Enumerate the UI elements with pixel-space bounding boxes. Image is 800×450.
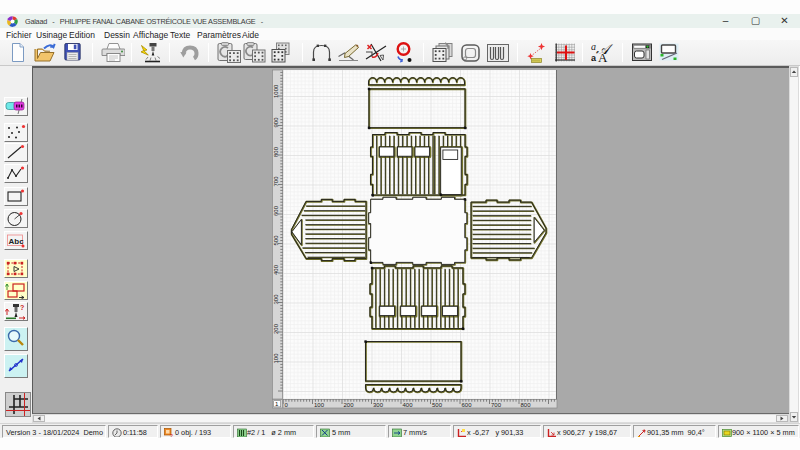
svg-text:?: ? [170,432,174,438]
svg-text:200: 200 [273,323,279,334]
svg-text:Abc: Abc [9,236,25,245]
svg-text:500: 500 [432,402,443,408]
svg-text:800: 800 [521,402,532,408]
svg-text:700: 700 [273,176,279,187]
svg-text:200: 200 [344,402,355,408]
svg-text:300: 300 [273,294,279,305]
svg-text:?: ? [20,304,24,311]
svg-text:100: 100 [273,353,279,364]
svg-text:700: 700 [491,402,502,408]
svg-text:800: 800 [273,146,279,157]
svg-text:100: 100 [314,402,325,408]
svg-text:1000: 1000 [273,84,279,98]
svg-text:400: 400 [403,402,414,408]
svg-text:400: 400 [273,264,279,275]
svg-text:600: 600 [462,402,473,408]
svg-text:500: 500 [273,235,279,246]
svg-text:900: 900 [273,117,279,128]
svg-text:A: A [598,50,608,63]
svg-text:600: 600 [273,205,279,216]
svg-text:300: 300 [373,402,384,408]
